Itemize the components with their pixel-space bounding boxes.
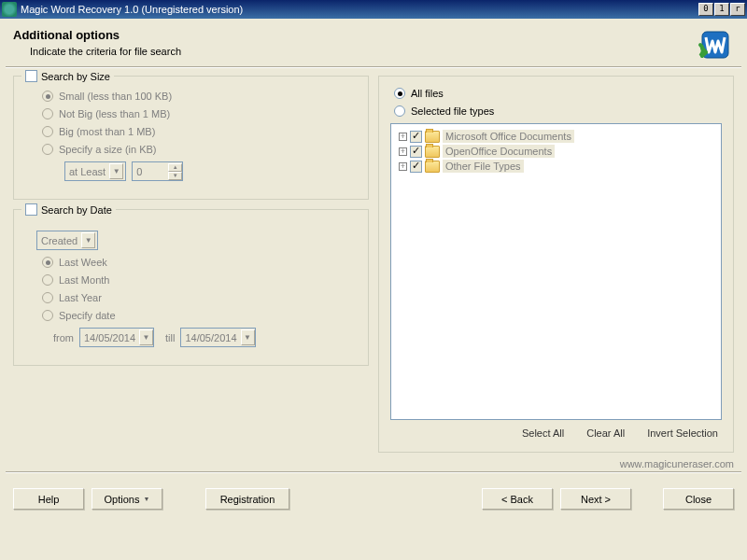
label-size-notbig: Not Big (less than 1 MB) [59,108,170,119]
folder-icon [425,146,440,158]
link-clear-all[interactable]: Clear All [586,427,625,439]
label-all-files: All files [411,88,444,99]
checkbox-search-by-date[interactable] [25,203,37,216]
chevron-down-icon: ▼ [139,329,153,345]
folder-icon [425,131,440,143]
label-date-lastweek: Last Week [59,257,107,268]
chevron-down-icon: ▼ [241,329,255,345]
group-search-by-date: Search by Date Created ▼ Last Week Last … [13,209,369,366]
checkbox-ms-office[interactable] [410,131,422,143]
label-search-by-size: Search by Size [41,71,110,82]
next-button[interactable]: Next > [560,488,631,510]
input-date-from-value: 14/05/2014 [84,332,135,343]
tree-item-openoffice[interactable]: + OpenOffice Documents [395,145,717,158]
page-header: Additional options Indicate the criteria… [0,19,747,63]
registration-button[interactable]: Registration [205,488,289,510]
maximize-button[interactable] [714,3,729,16]
radio-date-lastyear[interactable] [42,292,53,303]
radio-date-specify[interactable] [42,310,53,321]
label-date-from: from [53,332,74,343]
help-button[interactable]: Help [13,488,84,510]
label-date-lastmonth: Last Month [59,274,109,286]
radio-size-notbig[interactable] [42,108,53,119]
radio-date-lastweek[interactable] [42,257,53,268]
window-title: Magic Word Recovery 1.0 (Unregistered ve… [21,4,698,15]
spinner-down-icon[interactable]: ▼ [168,172,182,180]
checkbox-other[interactable] [410,161,422,173]
back-button[interactable]: < Back [482,488,553,510]
label-selected-file-types: Selected file types [411,105,494,117]
group-search-by-size: Search by Size Small (less than 100 KB) … [13,76,369,200]
footer-url[interactable]: www.magicuneraser.com [0,453,747,471]
tree-label: Microsoft Office Documents [443,130,574,143]
titlebar: Magic Word Recovery 1.0 (Unregistered ve… [0,0,747,19]
checkbox-search-by-size[interactable] [25,70,37,82]
page-title: Additional options [13,28,181,42]
chevron-down-icon: ▼ [109,163,123,179]
label-search-by-date: Search by Date [41,204,112,216]
label-date-lastyear: Last Year [59,292,102,303]
radio-size-big[interactable] [42,126,53,137]
chevron-down-icon: ▼ [143,496,149,502]
tree-label: Other File Types [443,160,524,173]
radio-selected-file-types[interactable] [394,105,405,117]
checkbox-openoffice[interactable] [410,146,422,158]
tree-item-ms-office[interactable]: + Microsoft Office Documents [395,130,717,143]
expand-icon[interactable]: + [399,162,407,171]
file-types-tree[interactable]: + Microsoft Office Documents + OpenOffic… [390,123,722,420]
input-size-value-text: 0 [133,166,168,177]
link-invert-selection[interactable]: Invert Selection [647,427,718,439]
header-divider [6,66,741,68]
label-size-big: Big (most than 1 MB) [59,126,155,137]
input-date-till-value: 14/05/2014 [185,332,236,343]
radio-size-small[interactable] [42,91,53,102]
label-date-specify: Specify date [59,310,116,321]
select-size-mode-value: at Least [69,166,106,177]
label-date-till: till [165,332,175,343]
close-button[interactable]: Close [663,488,734,510]
options-button-label: Options [105,494,140,505]
input-date-from[interactable]: 14/05/2014 ▼ [79,328,154,347]
close-window-button[interactable] [730,3,745,16]
page-subtitle: Indicate the criteria for file search [30,46,181,57]
tree-label: OpenOffice Documents [443,145,555,158]
select-date-field[interactable]: Created ▼ [36,231,98,250]
select-size-mode[interactable]: at Least ▼ [64,161,126,181]
product-logo-icon [697,26,734,63]
minimize-button[interactable] [698,3,713,16]
select-date-field-value: Created [41,235,78,246]
input-date-till[interactable]: 14/05/2014 ▼ [180,328,255,347]
radio-date-lastmonth[interactable] [42,274,53,286]
label-size-specify: Specify a size (in KB) [59,144,157,155]
chevron-down-icon: ▼ [81,232,95,248]
expand-icon[interactable]: + [399,133,407,141]
group-file-types: All files Selected file types + Microsof… [378,76,734,453]
radio-all-files[interactable] [394,88,405,99]
link-select-all[interactable]: Select All [522,427,564,439]
label-size-small: Small (less than 100 KB) [59,91,172,102]
radio-size-specify[interactable] [42,144,53,155]
footer-divider [6,471,741,473]
folder-icon [425,161,440,173]
input-size-value[interactable]: 0 ▲ ▼ [132,161,183,181]
app-icon [2,2,17,17]
spinner-up-icon[interactable]: ▲ [168,163,182,172]
tree-item-other[interactable]: + Other File Types [395,160,717,173]
options-button[interactable]: Options ▼ [92,488,162,510]
expand-icon[interactable]: + [399,147,407,156]
